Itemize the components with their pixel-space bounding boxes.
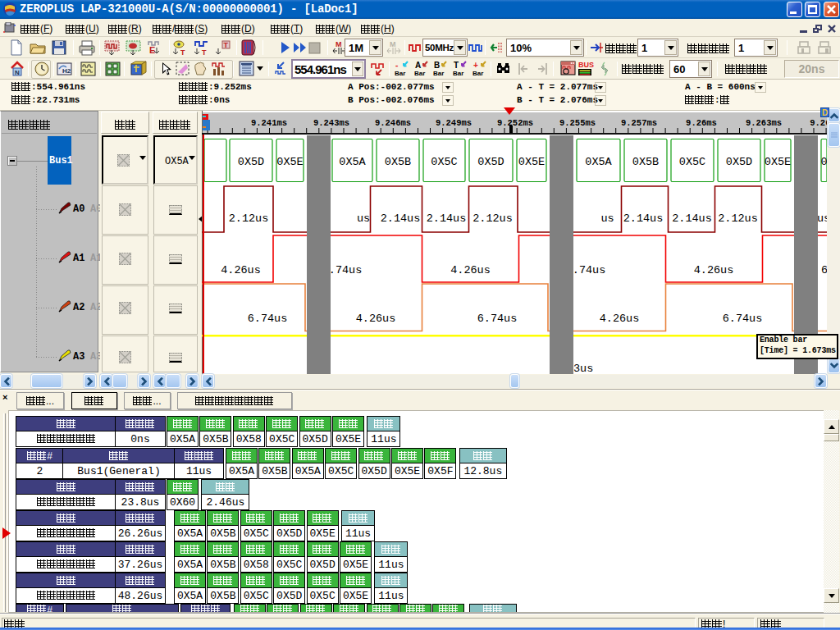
svg-text:2.12us: 2.12us [229, 212, 269, 225]
svg-text:0X5C: 0X5C [431, 156, 457, 168]
svg-text:T: T [202, 48, 207, 56]
svg-text:us: us [357, 212, 370, 225]
svg-text:4.26us: 4.26us [450, 264, 491, 276]
svg-text:2.12us: 2.12us [472, 212, 513, 225]
svg-text:0X5B: 0X5B [632, 156, 659, 168]
svg-text:0X5D: 0X5D [477, 156, 504, 168]
svg-text:0: 0 [820, 156, 827, 168]
svg-text:0X5B: 0X5B [385, 156, 411, 168]
svg-text:M: M [390, 40, 396, 48]
svg-text:6.74us: 6.74us [248, 313, 288, 325]
svg-text:0X5D: 0X5D [726, 156, 752, 168]
svg-text:T: T [180, 48, 185, 56]
svg-text:Bar: Bar [453, 70, 463, 77]
svg-text:Bar: Bar [395, 70, 405, 77]
svg-text:0X5D: 0X5D [238, 156, 264, 168]
svg-text:2.12us: 2.12us [718, 212, 758, 225]
svg-text:9.243ms: 9.243ms [313, 118, 349, 128]
svg-text:T: T [224, 41, 229, 49]
svg-text:2.14us: 2.14us [427, 212, 467, 225]
svg-text:2.14us: 2.14us [381, 212, 421, 225]
svg-text:0X5A: 0X5A [339, 156, 366, 168]
svg-text:9.257ms: 9.257ms [621, 118, 657, 128]
svg-text:E: E [149, 45, 155, 55]
svg-text:0X5E: 0X5E [765, 156, 791, 168]
svg-text:0X5E: 0X5E [518, 156, 545, 168]
svg-text:us: us [600, 212, 614, 225]
svg-text:-: - [395, 61, 398, 70]
svg-text:0X5E: 0X5E [276, 156, 303, 168]
svg-text:0X5C: 0X5C [679, 156, 705, 168]
svg-text:9.241ms: 9.241ms [251, 118, 287, 128]
svg-text:2.14us: 2.14us [623, 212, 664, 225]
svg-text:4.26us: 4.26us [356, 313, 396, 325]
svg-text:Bar: Bar [414, 70, 425, 77]
svg-text:A: A [415, 61, 421, 70]
svg-text:9.263ms: 9.263ms [746, 118, 782, 128]
svg-text:Bar: Bar [472, 70, 483, 77]
svg-text:6.74us: 6.74us [723, 313, 763, 325]
svg-text:H2: H2 [62, 67, 71, 75]
svg-text:9.249ms: 9.249ms [436, 118, 472, 128]
svg-text:9.255ms: 9.255ms [559, 118, 596, 128]
svg-text:M: M [336, 40, 342, 48]
svg-text:6.: 6. [821, 264, 827, 276]
svg-text:0X5A: 0X5A [585, 156, 612, 168]
svg-text:9.26ms: 9.26ms [686, 118, 717, 128]
svg-text:N: N [15, 69, 20, 76]
svg-text:9.252ms: 9.252ms [497, 118, 533, 128]
svg-text:9.268: 9.268 [810, 118, 827, 128]
svg-text:BUS: BUS [578, 61, 594, 69]
svg-text:us: us [817, 212, 827, 225]
svg-text:T: T [454, 61, 459, 70]
svg-text:3us: 3us [573, 363, 593, 374]
svg-text:2.14us: 2.14us [672, 212, 712, 225]
svg-text:6.74us: 6.74us [477, 313, 518, 325]
svg-text:+: + [473, 61, 478, 70]
svg-text:B: B [434, 61, 440, 70]
svg-text:4.26us: 4.26us [694, 264, 734, 276]
svg-text:4.26us: 4.26us [600, 313, 640, 325]
svg-text:9.246ms: 9.246ms [375, 118, 411, 128]
svg-text:Bar: Bar [433, 70, 444, 77]
svg-text:4.26us: 4.26us [221, 264, 261, 276]
